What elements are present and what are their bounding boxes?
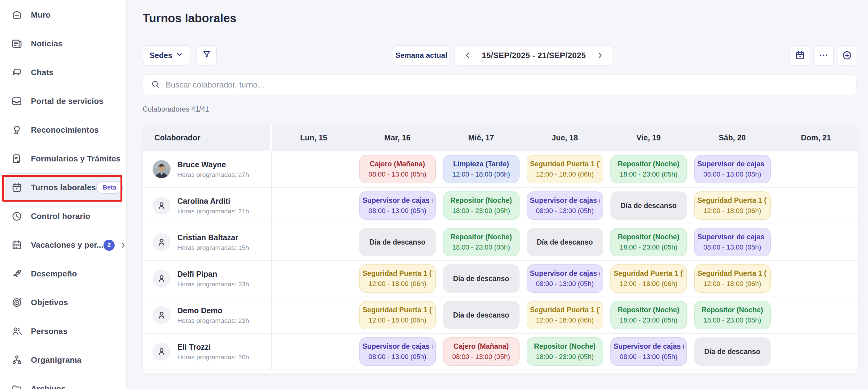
rest-day-chip[interactable]: Día de descanso xyxy=(443,301,520,329)
day-cell[interactable] xyxy=(774,224,858,260)
day-cell[interactable]: Supervisor de cajas (...08:00 - 13:00 (0… xyxy=(523,188,607,224)
sidebar-item-control-horario[interactable]: Control horario xyxy=(5,202,121,231)
collaborator-cell[interactable]: Delfi PipanHoras programadas: 23h xyxy=(143,261,272,297)
day-cell[interactable]: Repositor (Noche)18:00 - 23:00 (05h) xyxy=(607,224,690,260)
day-cell[interactable]: Día de descanso xyxy=(607,188,690,224)
shift-chip[interactable]: Repositor (Noche)18:00 - 23:00 (05h) xyxy=(694,301,771,329)
add-shift-button[interactable] xyxy=(837,45,857,65)
rest-day-chip[interactable]: Día de descanso xyxy=(359,228,436,256)
shift-chip[interactable]: Repositor (Noche)18:00 - 23:00 (05h) xyxy=(610,228,687,256)
shift-chip[interactable]: Supervisor de cajas (...08:00 - 13:00 (0… xyxy=(359,337,436,366)
day-cell[interactable]: Supervisor de cajas (...08:00 - 13:00 (0… xyxy=(355,334,439,369)
day-cell[interactable] xyxy=(272,261,355,297)
day-cell[interactable] xyxy=(774,151,858,187)
day-cell[interactable]: Cajero (Mañana)08:00 - 13:00 (05h) xyxy=(439,334,523,369)
shift-chip[interactable]: Seguridad Puerta 1 (T...12:00 - 18:00 (0… xyxy=(359,265,436,293)
day-cell[interactable]: Supervisor de cajas (...08:00 - 13:00 (0… xyxy=(607,334,690,369)
shift-chip[interactable]: Supervisor de cajas (...08:00 - 13:00 (0… xyxy=(694,228,771,256)
day-cell[interactable] xyxy=(272,188,355,224)
sidebar-item-archivos[interactable]: Archivos xyxy=(5,374,121,389)
day-cell[interactable] xyxy=(272,151,355,187)
collaborator-cell[interactable]: Carolina ArditiHoras programadas: 21h xyxy=(143,188,272,224)
sidebar-item-organigrama[interactable]: Organigrama xyxy=(5,346,121,374)
day-cell[interactable] xyxy=(272,224,355,260)
next-week-button[interactable] xyxy=(595,50,605,61)
day-cell[interactable]: Repositor (Noche)18:00 - 23:00 (05h) xyxy=(439,224,523,260)
day-cell[interactable] xyxy=(774,334,858,369)
calendar-view-button[interactable] xyxy=(790,45,810,65)
day-cell[interactable]: Repositor (Noche)18:00 - 23:00 (05h) xyxy=(523,334,607,369)
day-cell[interactable]: Repositor (Noche)18:00 - 23:00 (05h) xyxy=(607,151,690,187)
shift-chip[interactable]: Seguridad Puerta 1 (T...12:00 - 18:00 (0… xyxy=(694,265,771,293)
sidebar-item-portal-de-servicios[interactable]: Portal de servicios xyxy=(5,87,121,116)
day-cell[interactable] xyxy=(774,261,858,297)
shift-chip[interactable]: Seguridad Puerta 1 (T...12:00 - 18:00 (0… xyxy=(694,191,771,220)
shift-chip[interactable]: Repositor (Noche)18:00 - 23:00 (05h) xyxy=(610,155,687,184)
shift-chip[interactable]: Seguridad Puerta 1 (T...12:00 - 18:00 (0… xyxy=(527,301,603,329)
filter-button[interactable] xyxy=(196,45,217,65)
sidebar-item-vacaciones-y-per[interactable]: Vacaciones y per...2 xyxy=(5,231,121,259)
day-cell[interactable]: Seguridad Puerta 1 (T...12:00 - 18:00 (0… xyxy=(607,261,690,297)
day-cell[interactable]: Supervisor de cajas (...08:00 - 13:00 (0… xyxy=(523,261,607,297)
sidebar-item-formularios-y-tr-mites[interactable]: Formularios y Trámites xyxy=(5,144,121,173)
sidebar-item-personas[interactable]: Personas xyxy=(5,317,121,346)
shift-chip[interactable]: Seguridad Puerta 1 (T...12:00 - 18:00 (0… xyxy=(527,155,603,184)
day-cell[interactable] xyxy=(774,188,858,224)
day-cell[interactable] xyxy=(774,297,858,333)
shift-chip[interactable]: Repositor (Noche)18:00 - 23:00 (05h) xyxy=(443,191,520,220)
day-cell[interactable]: Cajero (Mañana)08:00 - 13:00 (05h) xyxy=(355,151,439,187)
day-cell[interactable]: Seguridad Puerta 1 (T...12:00 - 18:00 (0… xyxy=(355,261,439,297)
day-cell[interactable]: Supervisor de cajas (...08:00 - 13:00 (0… xyxy=(355,188,439,224)
search-bar[interactable] xyxy=(143,74,857,95)
sidebar-item-turnos-laborales[interactable]: Turnos laboralesBeta xyxy=(5,173,121,202)
shift-chip[interactable]: Cajero (Mañana)08:00 - 13:00 (05h) xyxy=(443,337,520,366)
shift-chip[interactable]: Seguridad Puerta 1 (T...12:00 - 18:00 (0… xyxy=(359,301,436,329)
collaborator-cell[interactable]: Cristian BaltazarHoras programadas: 15h xyxy=(143,224,272,260)
shift-chip[interactable]: Supervisor de cajas (...08:00 - 13:00 (0… xyxy=(694,155,771,184)
rest-day-chip[interactable]: Día de descanso xyxy=(694,337,771,366)
collaborator-cell[interactable]: Bruce WayneHoras programadas: 27h xyxy=(143,151,272,187)
collaborator-cell[interactable]: Eli TrozziHoras programadas: 20h xyxy=(143,334,272,369)
sidebar-item-noticias[interactable]: Noticias xyxy=(5,29,121,58)
day-cell[interactable] xyxy=(272,334,355,369)
sidebar-item-desempe-o[interactable]: Desempeño xyxy=(5,259,121,288)
day-cell[interactable]: Seguridad Puerta 1 (T...12:00 - 18:00 (0… xyxy=(690,188,774,224)
day-cell[interactable]: Supervisor de cajas (...08:00 - 13:00 (0… xyxy=(690,224,774,260)
rest-day-chip[interactable]: Día de descanso xyxy=(527,228,603,256)
shift-chip[interactable]: Supervisor de cajas (...08:00 - 13:00 (0… xyxy=(527,265,603,293)
shift-chip[interactable]: Cajero (Mañana)08:00 - 13:00 (05h) xyxy=(359,155,436,184)
sidebar-item-reconocimientos[interactable]: Reconocimientos xyxy=(5,116,121,144)
shift-chip[interactable]: Repositor (Noche)18:00 - 23:00 (05h) xyxy=(443,228,520,256)
shift-chip[interactable]: Repositor (Noche)18:00 - 23:00 (05h) xyxy=(610,301,687,329)
sedes-dropdown[interactable]: Sedes xyxy=(143,45,190,65)
day-cell[interactable]: Repositor (Noche)18:00 - 23:00 (05h) xyxy=(607,297,690,333)
rest-day-chip[interactable]: Día de descanso xyxy=(443,265,520,293)
shift-chip[interactable]: Seguridad Puerta 1 (T...12:00 - 18:00 (0… xyxy=(610,265,687,293)
day-cell[interactable]: Repositor (Noche)18:00 - 23:00 (05h) xyxy=(439,188,523,224)
search-input[interactable] xyxy=(165,80,849,90)
day-cell[interactable]: Día de descanso xyxy=(439,297,523,333)
sidebar-item-objetivos[interactable]: Objetivos xyxy=(5,288,121,317)
shift-chip[interactable]: Repositor (Noche)18:00 - 23:00 (05h) xyxy=(527,337,603,366)
shift-chip[interactable]: Supervisor de cajas (...08:00 - 13:00 (0… xyxy=(359,191,436,220)
rest-day-chip[interactable]: Día de descanso xyxy=(610,191,687,220)
day-cell[interactable]: Repositor (Noche)18:00 - 23:00 (05h) xyxy=(690,297,774,333)
day-cell[interactable]: Seguridad Puerta 1 (T...12:00 - 18:00 (0… xyxy=(690,261,774,297)
day-cell[interactable]: Día de descanso xyxy=(355,224,439,260)
day-cell[interactable]: Supervisor de cajas (...08:00 - 13:00 (0… xyxy=(690,151,774,187)
day-cell[interactable]: Seguridad Puerta 1 (T...12:00 - 18:00 (0… xyxy=(523,297,607,333)
sidebar-item-muro[interactable]: Muro xyxy=(5,1,121,29)
day-cell[interactable]: Seguridad Puerta 1 (T...12:00 - 18:00 (0… xyxy=(523,151,607,187)
prev-week-button[interactable] xyxy=(462,50,473,61)
day-cell[interactable]: Día de descanso xyxy=(690,334,774,369)
more-options-button[interactable] xyxy=(813,45,834,65)
collaborator-cell[interactable]: Demo DemoHoras programadas: 22h xyxy=(143,297,272,333)
day-cell[interactable]: Día de descanso xyxy=(523,224,607,260)
shift-chip[interactable]: Supervisor de cajas (...08:00 - 13:00 (0… xyxy=(610,337,687,366)
shift-chip[interactable]: Supervisor de cajas (...08:00 - 13:00 (0… xyxy=(527,191,603,220)
sidebar-item-chats[interactable]: Chats xyxy=(5,58,121,87)
day-cell[interactable]: Limpieza (Tarde)12:00 - 18:00 (06h) xyxy=(439,151,523,187)
shift-chip[interactable]: Limpieza (Tarde)12:00 - 18:00 (06h) xyxy=(443,155,520,184)
current-week-button[interactable]: Semana actual xyxy=(393,45,450,65)
day-cell[interactable]: Seguridad Puerta 1 (T...12:00 - 18:00 (0… xyxy=(355,297,439,333)
